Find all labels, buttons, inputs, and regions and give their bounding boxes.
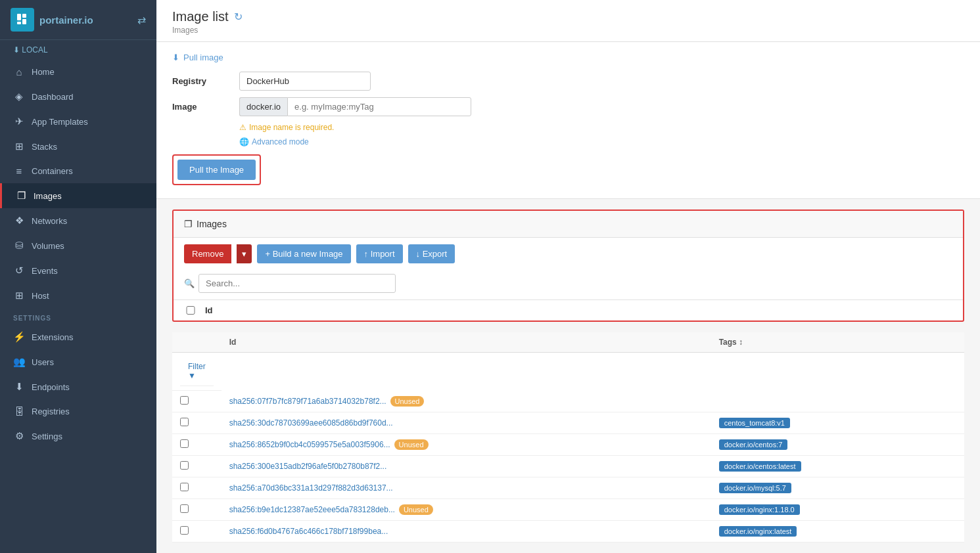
sidebar-item-stacks[interactable]: ⊞Stacks (0, 134, 156, 159)
image-id[interactable]: sha256:8652b9f0cb4c0599575e5a003f5906...… (222, 434, 711, 456)
networks-icon: ❖ (13, 215, 25, 227)
portainer-logo-icon (11, 8, 34, 32)
sidebar-item-host[interactable]: ⊞Host (0, 283, 156, 308)
svg-rect-2 (17, 22, 21, 24)
images-table: Id Tags ↕ Filter ▼ sha256:07f7b7fc879f71… (172, 332, 964, 542)
registry-row: Registry (172, 72, 964, 91)
download-icon: ⬇ (172, 53, 179, 62)
sidebar-item-label: Users (32, 357, 54, 367)
sidebar-item-label: Dashboard (32, 92, 74, 102)
sidebar-item-label: Extensions (32, 332, 74, 342)
row-checkbox[interactable] (180, 461, 189, 470)
tag-badge: docker.io/mysql:5.7 (719, 483, 791, 493)
image-id[interactable]: sha256:f6d0b4767a6c466c178bf718f99bea... (222, 521, 711, 542)
registries-icon: 🗄 (13, 406, 25, 417)
svg-rect-3 (22, 19, 26, 24)
filter-label: Filter ▼ (188, 362, 206, 380)
unused-badge: Unused (390, 396, 425, 407)
svg-rect-0 (17, 14, 21, 20)
table-row: sha256:07f7b7fc879f71a6ab3714032b78f2...… (172, 391, 964, 412)
sidebar-item-label: Home (32, 67, 55, 77)
search-icon: 🔍 (184, 278, 195, 288)
table-row: sha256:8652b9f0cb4c0599575e5a003f5906...… (172, 434, 964, 456)
sidebar-item-label: App Templates (32, 117, 88, 127)
containers-icon: ≡ (13, 166, 25, 177)
unused-badge: Unused (394, 439, 429, 450)
sidebar-item-images[interactable]: ❐Images (0, 183, 156, 208)
sidebar-item-volumes[interactable]: ⛁Volumes (0, 233, 156, 258)
image-size (929, 477, 964, 499)
sidebar-item-home[interactable]: ⌂Home (0, 60, 156, 84)
images-section: ❐ Images Remove ▾ + Build a new Image ↑ … (172, 210, 964, 322)
row-checkbox[interactable] (180, 526, 189, 535)
registry-label: Registry (172, 76, 231, 86)
registry-input[interactable] (239, 72, 371, 91)
sidebar-item-label: Registries (32, 407, 70, 416)
search-input[interactable] (198, 274, 396, 293)
select-all-checkbox[interactable] (184, 306, 197, 315)
row-checkbox[interactable] (180, 396, 189, 405)
sidebar-item-label: Networks (32, 216, 67, 226)
sidebar-item-events[interactable]: ↺Events (0, 258, 156, 283)
remove-button[interactable]: Remove (184, 244, 231, 263)
image-size (929, 456, 964, 477)
switch-icon[interactable]: ⇄ (137, 14, 146, 26)
settings-icon: ⚙ (13, 430, 25, 442)
warning-text: ⚠ Image name is required. (239, 123, 964, 132)
page-subtitle: Images (172, 26, 964, 35)
settings-section-label: SETTINGS (0, 308, 156, 324)
pull-image-section: ⬇ Pull image Registry Image docker.io ⚠ … (156, 42, 980, 199)
main-content: Image list ↻ Images ⬇ Pull image Registr… (156, 0, 980, 553)
sidebar-item-networks[interactable]: ❖Networks (0, 208, 156, 233)
sidebar-item-label: Events (32, 266, 58, 276)
image-label: Image (172, 102, 231, 112)
dashboard-icon: ◈ (13, 91, 25, 102)
sidebar-item-registries[interactable]: 🗄Registries (0, 399, 156, 424)
image-size (929, 521, 964, 542)
import-button[interactable]: ↑ Import (356, 244, 403, 263)
row-checkbox[interactable] (180, 439, 189, 448)
home-icon: ⌂ (13, 66, 25, 77)
row-checkbox[interactable] (180, 418, 189, 426)
images-table-container: Id Tags ↕ Filter ▼ sha256:07f7b7fc879f71… (172, 332, 964, 542)
image-id[interactable]: sha256:300e315adb2f96afe5f0b2780b87f2... (222, 456, 711, 477)
row-checkbox[interactable] (180, 504, 189, 513)
sidebar-item-extensions[interactable]: ⚡Extensions (0, 324, 156, 349)
page-header: Image list ↻ Images (156, 0, 980, 42)
image-tags (711, 391, 929, 412)
sidebar-item-app-templates[interactable]: ✈App Templates (0, 109, 156, 134)
sidebar-item-settings[interactable]: ⚙Settings (0, 424, 156, 449)
image-tags: docker.io/nginx:1.18.0 (711, 499, 929, 521)
warning-icon: ⚠ (239, 123, 246, 132)
app-templates-icon: ✈ (13, 116, 25, 127)
unused-badge: Unused (399, 504, 433, 515)
refresh-icon[interactable]: ↻ (234, 11, 243, 23)
image-id[interactable]: sha256:a70d36bc331a13d297f882d3d63137... (222, 477, 711, 499)
users-icon: 👥 (13, 356, 25, 368)
image-input[interactable] (287, 97, 471, 116)
pull-image-button[interactable]: Pull the Image (177, 160, 256, 180)
volumes-icon: ⛁ (13, 240, 25, 252)
image-id[interactable]: sha256:30dc78703699aee6085d86bd9f760d... (222, 412, 711, 434)
remove-caret-button[interactable]: ▾ (237, 244, 252, 263)
image-tags: docker.io/mysql:5.7 (711, 477, 929, 499)
build-image-button[interactable]: + Build a new Image (257, 244, 350, 263)
table-row: sha256:b9e1dc12387ae52eee5da783128deb...… (172, 499, 964, 521)
export-button[interactable]: ↓ Export (408, 244, 455, 263)
sidebar-item-dashboard[interactable]: ◈Dashboard (0, 84, 156, 109)
row-checkbox[interactable] (180, 483, 189, 491)
sidebar-item-users[interactable]: 👥Users (0, 349, 156, 374)
pull-image-header[interactable]: ⬇ Pull image (172, 53, 964, 62)
image-id[interactable]: sha256:07f7b7fc879f71a6ab3714032b78f2...… (222, 391, 711, 412)
image-input-group: docker.io (239, 97, 471, 116)
sidebar-item-containers[interactable]: ≡Containers (0, 159, 156, 183)
image-size (929, 434, 964, 456)
sidebar-item-endpoints[interactable]: ⬇Endpoints (0, 374, 156, 399)
image-tags: docker.io/centos:7 (711, 434, 929, 456)
table-row: sha256:30dc78703699aee6085d86bd9f760d...… (172, 412, 964, 434)
page-title: Image list ↻ (172, 9, 964, 24)
images-section-header: ❐ Images (174, 211, 963, 238)
image-id[interactable]: sha256:b9e1dc12387ae52eee5da783128deb...… (222, 499, 711, 521)
sidebar-item-label: Images (34, 191, 62, 201)
advanced-mode-link[interactable]: 🌐 Advanced mode (239, 137, 964, 146)
